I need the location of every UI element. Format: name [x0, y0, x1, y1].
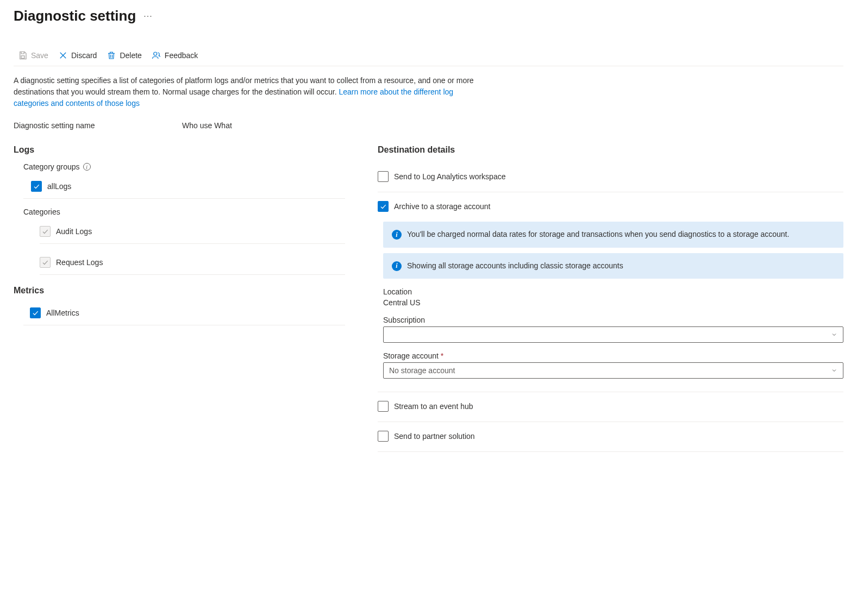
- auditlogs-label: Audit Logs: [56, 227, 92, 236]
- auditlogs-checkbox: [40, 226, 51, 237]
- divider: [40, 274, 345, 275]
- allmetrics-label: AllMetrics: [46, 309, 79, 317]
- header: Diagnostic setting ···: [14, 8, 843, 24]
- logs-title: Logs: [14, 145, 345, 155]
- logs-metrics-column: Logs Category groups i allLogs Categorie…: [14, 145, 345, 452]
- divider: [40, 243, 345, 244]
- alllogs-label: allLogs: [47, 182, 71, 191]
- allmetrics-checkbox[interactable]: [30, 307, 41, 318]
- discard-button[interactable]: Discard: [58, 51, 97, 60]
- close-icon: [58, 51, 68, 60]
- metrics-title: Metrics: [14, 286, 345, 296]
- more-icon[interactable]: ···: [143, 11, 152, 21]
- page-title: Diagnostic setting: [14, 8, 136, 24]
- dest-archive-row[interactable]: Archive to a storage account: [378, 197, 843, 216]
- svg-point-5: [154, 52, 157, 55]
- divider: [23, 325, 345, 325]
- destination-title: Destination details: [378, 145, 843, 155]
- chevron-down-icon: [831, 367, 837, 374]
- save-icon: [18, 51, 28, 60]
- divider: [23, 198, 345, 199]
- category-groups-label: Category groups i: [23, 162, 345, 171]
- description-text: A diagnostic setting specifies a list of…: [14, 75, 486, 109]
- setting-name-label: Diagnostic setting name: [14, 121, 182, 130]
- dest-partner-label: Send to partner solution: [394, 432, 475, 441]
- dest-eventhub-row[interactable]: Stream to an event hub: [378, 397, 843, 416]
- info-icon[interactable]: i: [83, 163, 91, 171]
- alllogs-checkbox[interactable]: [31, 181, 42, 192]
- info-icon: i: [392, 261, 402, 271]
- location-label: Location: [383, 287, 843, 296]
- requestlogs-label: Request Logs: [56, 258, 103, 267]
- dest-loganalytics-checkbox[interactable]: [378, 171, 389, 182]
- dest-loganalytics-label: Send to Log Analytics workspace: [394, 172, 505, 181]
- info-banner-charges: i You'll be charged normal data rates fo…: [383, 222, 843, 248]
- svg-rect-0: [21, 56, 24, 59]
- alllogs-row[interactable]: allLogs: [31, 177, 345, 196]
- feedback-icon: [152, 51, 161, 60]
- toolbar: Save Discard Delete Feedback: [14, 46, 843, 66]
- required-indicator: *: [441, 351, 443, 360]
- storageaccount-select[interactable]: No storage account: [383, 362, 843, 379]
- dest-partner-row[interactable]: Send to partner solution: [378, 426, 843, 446]
- dest-eventhub-label: Stream to an event hub: [394, 402, 473, 411]
- subscription-label: Subscription: [383, 316, 843, 324]
- dest-eventhub-checkbox[interactable]: [378, 401, 389, 412]
- setting-name-row: Diagnostic setting name Who use What: [14, 121, 843, 130]
- categories-label: Categories: [23, 208, 345, 216]
- dest-archive-label: Archive to a storage account: [394, 202, 490, 211]
- destination-column: Destination details Send to Log Analytic…: [378, 145, 843, 452]
- requestlogs-row: Request Logs: [40, 253, 345, 272]
- dest-partner-checkbox[interactable]: [378, 431, 389, 442]
- save-button: Save: [18, 51, 48, 60]
- info-icon: i: [392, 230, 402, 240]
- info-banner-allaccounts: i Showing all storage accounts including…: [383, 253, 843, 279]
- location-value: Central US: [383, 298, 843, 307]
- chevron-down-icon: [831, 331, 837, 338]
- allmetrics-row[interactable]: AllMetrics: [30, 303, 345, 323]
- storageaccount-label: Storage account *: [383, 351, 843, 360]
- dest-archive-checkbox[interactable]: [378, 201, 389, 212]
- subscription-select[interactable]: [383, 326, 843, 343]
- feedback-button[interactable]: Feedback: [152, 51, 198, 60]
- auditlogs-row: Audit Logs: [40, 222, 345, 241]
- dest-loganalytics-row[interactable]: Send to Log Analytics workspace: [378, 167, 843, 186]
- delete-button[interactable]: Delete: [107, 51, 141, 60]
- trash-icon: [107, 51, 116, 60]
- requestlogs-checkbox: [40, 257, 51, 268]
- setting-name-value: Who use What: [182, 121, 232, 130]
